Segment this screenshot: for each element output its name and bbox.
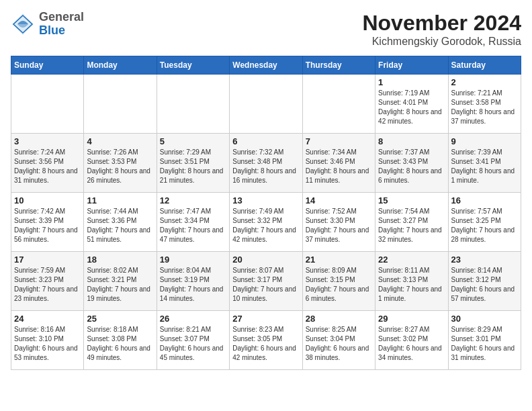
day-number: 11: [87, 195, 153, 205]
day-number: 12: [160, 195, 226, 205]
calendar-cell: [84, 75, 157, 134]
day-info: Sunrise: 7:47 AMSunset: 3:34 PMDaylight:…: [160, 208, 224, 243]
day-info: Sunrise: 8:11 AMSunset: 3:13 PMDaylight:…: [378, 267, 442, 302]
calendar-cell: 12 Sunrise: 7:47 AMSunset: 3:34 PMDaylig…: [157, 193, 229, 252]
title-area: November 2024 Kichmengskiy Gorodok, Russ…: [362, 11, 521, 48]
day-info: Sunrise: 7:32 AMSunset: 3:48 PMDaylight:…: [232, 148, 296, 184]
header: General Blue November 2024 Kichmengskiy …: [11, 11, 521, 48]
day-number: 29: [378, 314, 445, 324]
calendar-cell: 28 Sunrise: 8:25 AMSunset: 3:04 PMDaylig…: [302, 311, 375, 370]
calendar-cell: 9 Sunrise: 7:39 AMSunset: 3:41 PMDayligh…: [448, 134, 521, 193]
day-number: 17: [14, 255, 81, 265]
calendar-table: SundayMondayTuesdayWednesdayThursdayFrid…: [11, 56, 521, 370]
calendar-cell: 1 Sunrise: 7:19 AMSunset: 4:01 PMDayligh…: [375, 75, 448, 134]
calendar-cell: [157, 75, 229, 134]
day-info: Sunrise: 8:04 AMSunset: 3:19 PMDaylight:…: [160, 267, 224, 302]
calendar-cell: 22 Sunrise: 8:11 AMSunset: 3:13 PMDaylig…: [375, 252, 448, 311]
day-number: 10: [14, 195, 81, 205]
day-number: 13: [232, 195, 299, 205]
day-number: 26: [160, 314, 226, 324]
calendar-cell: 4 Sunrise: 7:26 AMSunset: 3:53 PMDayligh…: [84, 134, 157, 193]
day-number: 6: [232, 136, 299, 146]
day-info: Sunrise: 7:19 AMSunset: 4:01 PMDaylight:…: [378, 89, 442, 125]
day-number: 20: [232, 255, 299, 265]
day-number: 1: [378, 77, 445, 87]
day-number: 2: [451, 77, 518, 87]
calendar-cell: 8 Sunrise: 7:37 AMSunset: 3:43 PMDayligh…: [375, 134, 448, 193]
day-number: 9: [451, 136, 518, 146]
calendar-cell: [230, 75, 302, 134]
day-info: Sunrise: 8:09 AMSunset: 3:15 PMDaylight:…: [306, 267, 369, 302]
weekday-header-wednesday: Wednesday: [230, 56, 302, 75]
day-info: Sunrise: 7:57 AMSunset: 3:25 PMDaylight:…: [451, 208, 515, 243]
day-number: 14: [306, 195, 372, 205]
logo-icon: [11, 12, 35, 36]
calendar-cell: 5 Sunrise: 7:29 AMSunset: 3:51 PMDayligh…: [157, 134, 229, 193]
weekday-header-friday: Friday: [375, 56, 448, 75]
day-number: 18: [87, 255, 153, 265]
day-info: Sunrise: 8:25 AMSunset: 3:04 PMDaylight:…: [306, 326, 369, 361]
day-number: 22: [378, 255, 445, 265]
day-number: 4: [87, 136, 153, 146]
day-info: Sunrise: 8:14 AMSunset: 3:12 PMDaylight:…: [451, 267, 515, 302]
calendar-cell: 23 Sunrise: 8:14 AMSunset: 3:12 PMDaylig…: [448, 252, 521, 311]
calendar-cell: [302, 75, 375, 134]
calendar-cell: 30 Sunrise: 8:29 AMSunset: 3:01 PMDaylig…: [448, 311, 521, 370]
day-number: 24: [14, 314, 81, 324]
day-info: Sunrise: 7:44 AMSunset: 3:36 PMDaylight:…: [87, 208, 150, 243]
calendar-cell: 21 Sunrise: 8:09 AMSunset: 3:15 PMDaylig…: [302, 252, 375, 311]
calendar-cell: 19 Sunrise: 8:04 AMSunset: 3:19 PMDaylig…: [157, 252, 229, 311]
day-info: Sunrise: 8:02 AMSunset: 3:21 PMDaylight:…: [87, 267, 150, 302]
day-number: 16: [451, 195, 518, 205]
calendar-cell: 13 Sunrise: 7:49 AMSunset: 3:32 PMDaylig…: [230, 193, 302, 252]
calendar-week-4: 17 Sunrise: 7:59 AMSunset: 3:23 PMDaylig…: [11, 252, 521, 311]
day-number: 28: [306, 314, 372, 324]
month-year: November 2024: [362, 11, 521, 36]
calendar-cell: 29 Sunrise: 8:27 AMSunset: 3:02 PMDaylig…: [375, 311, 448, 370]
day-info: Sunrise: 7:21 AMSunset: 3:58 PMDaylight:…: [451, 89, 515, 125]
day-info: Sunrise: 8:18 AMSunset: 3:08 PMDaylight:…: [87, 326, 150, 361]
weekday-header-tuesday: Tuesday: [157, 56, 229, 75]
day-number: 5: [160, 136, 226, 146]
day-info: Sunrise: 8:23 AMSunset: 3:05 PMDaylight:…: [232, 326, 296, 361]
day-number: 3: [14, 136, 81, 146]
day-number: 19: [160, 255, 226, 265]
day-number: 8: [378, 136, 445, 146]
day-info: Sunrise: 7:59 AMSunset: 3:23 PMDaylight:…: [14, 267, 78, 302]
location: Kichmengskiy Gorodok, Russia: [362, 36, 521, 48]
day-number: 30: [451, 314, 518, 324]
day-number: 21: [306, 255, 372, 265]
day-number: 15: [378, 195, 445, 205]
calendar-cell: 3 Sunrise: 7:24 AMSunset: 3:56 PMDayligh…: [11, 134, 84, 193]
calendar-cell: 16 Sunrise: 7:57 AMSunset: 3:25 PMDaylig…: [448, 193, 521, 252]
logo-general: General: [39, 10, 84, 24]
weekday-header-monday: Monday: [84, 56, 157, 75]
day-info: Sunrise: 7:26 AMSunset: 3:53 PMDaylight:…: [87, 148, 150, 184]
calendar-cell: 26 Sunrise: 8:21 AMSunset: 3:07 PMDaylig…: [157, 311, 229, 370]
day-info: Sunrise: 7:29 AMSunset: 3:51 PMDaylight:…: [160, 148, 224, 184]
day-info: Sunrise: 7:37 AMSunset: 3:43 PMDaylight:…: [378, 148, 442, 184]
day-info: Sunrise: 7:24 AMSunset: 3:56 PMDaylight:…: [14, 148, 78, 184]
calendar-cell: 20 Sunrise: 8:07 AMSunset: 3:17 PMDaylig…: [230, 252, 302, 311]
day-info: Sunrise: 7:42 AMSunset: 3:39 PMDaylight:…: [14, 208, 78, 243]
calendar-week-2: 3 Sunrise: 7:24 AMSunset: 3:56 PMDayligh…: [11, 134, 521, 193]
calendar-cell: 18 Sunrise: 8:02 AMSunset: 3:21 PMDaylig…: [84, 252, 157, 311]
calendar-cell: 6 Sunrise: 7:32 AMSunset: 3:48 PMDayligh…: [230, 134, 302, 193]
calendar-cell: 10 Sunrise: 7:42 AMSunset: 3:39 PMDaylig…: [11, 193, 84, 252]
logo: General Blue: [11, 11, 84, 38]
day-info: Sunrise: 8:07 AMSunset: 3:17 PMDaylight:…: [232, 267, 296, 302]
day-info: Sunrise: 7:39 AMSunset: 3:41 PMDaylight:…: [451, 148, 515, 184]
calendar-cell: 14 Sunrise: 7:52 AMSunset: 3:30 PMDaylig…: [302, 193, 375, 252]
day-info: Sunrise: 7:49 AMSunset: 3:32 PMDaylight:…: [232, 208, 296, 243]
calendar-cell: 7 Sunrise: 7:34 AMSunset: 3:46 PMDayligh…: [302, 134, 375, 193]
calendar-cell: 25 Sunrise: 8:18 AMSunset: 3:08 PMDaylig…: [84, 311, 157, 370]
calendar-week-3: 10 Sunrise: 7:42 AMSunset: 3:39 PMDaylig…: [11, 193, 521, 252]
calendar-cell: 24 Sunrise: 8:16 AMSunset: 3:10 PMDaylig…: [11, 311, 84, 370]
calendar-cell: 15 Sunrise: 7:54 AMSunset: 3:27 PMDaylig…: [375, 193, 448, 252]
calendar-cell: 2 Sunrise: 7:21 AMSunset: 3:58 PMDayligh…: [448, 75, 521, 134]
logo-blue: Blue: [39, 24, 65, 37]
day-info: Sunrise: 7:54 AMSunset: 3:27 PMDaylight:…: [378, 208, 442, 243]
day-number: 25: [87, 314, 153, 324]
calendar-week-1: 1 Sunrise: 7:19 AMSunset: 4:01 PMDayligh…: [11, 75, 521, 134]
day-info: Sunrise: 7:34 AMSunset: 3:46 PMDaylight:…: [306, 148, 369, 184]
